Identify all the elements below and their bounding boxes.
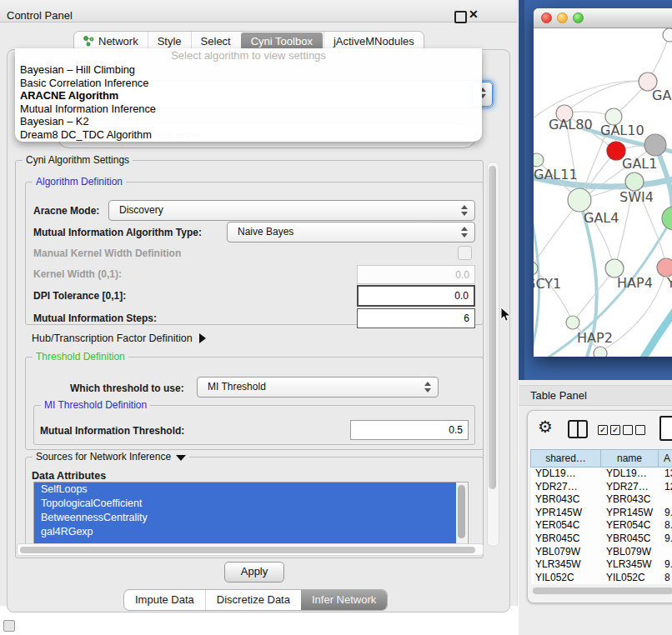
tab-cyni-toolbox[interactable]: Cyni Toolbox: [241, 32, 323, 50]
scrollbar-thumb[interactable]: [533, 588, 672, 594]
network-canvas[interactable]: GAL GAL80 GAL10 GAL1 GAL11 SWI4 GAL4 GCY…: [534, 28, 672, 357]
tab-discretize-data[interactable]: Discretize Data: [205, 590, 301, 610]
zoom-window-icon[interactable]: [573, 12, 584, 23]
column-header-name[interactable]: name: [600, 449, 659, 468]
gear-icon[interactable]: ⚙: [538, 417, 553, 437]
expanded-caret-icon: [176, 455, 186, 461]
node[interactable]: [594, 347, 607, 357]
aracne-mode-label: Aracne Mode:: [33, 205, 99, 217]
mi-threshold-group-title: MI Threshold Definition: [41, 399, 150, 411]
network-window[interactable]: GAL GAL80 GAL10 GAL1 GAL11 SWI4 GAL4 GCY…: [534, 8, 672, 357]
which-threshold-label: Which threshold to use:: [70, 382, 184, 394]
node-salmon[interactable]: [657, 258, 672, 277]
threshold-definition-title: Threshold Definition: [33, 351, 128, 362]
scrollbar-thumb[interactable]: [20, 547, 475, 553]
mi-steps-input[interactable]: [357, 308, 475, 328]
algorithm-definition-title: Algorithm Definition: [33, 176, 126, 188]
tab-infer-network[interactable]: Infer Network: [301, 590, 387, 610]
svg-text:HAP4: HAP4: [617, 275, 653, 291]
dropdown-item-selected[interactable]: ARACNE Algorithm: [15, 89, 482, 102]
network-icon: [83, 36, 94, 47]
split-columns-icon[interactable]: [568, 420, 588, 438]
data-attributes-label: Data Attributes: [32, 470, 106, 482]
float-panel-button[interactable]: [454, 11, 467, 23]
deselect-all-icon[interactable]: [623, 425, 645, 435]
table-body: YDL19…YDL19…13 YDR27…YDR27…12 YBR043CYBR…: [531, 468, 672, 584]
list-scrollbar[interactable]: [456, 483, 467, 543]
settings-vertical-scrollbar[interactable]: [487, 162, 499, 547]
which-threshold-select[interactable]: MI Threshold: [197, 377, 439, 398]
table-row[interactable]: YPR145WYPR145W9.: [531, 507, 672, 520]
export-table-icon[interactable]: [659, 416, 672, 441]
table-row[interactable]: YBL079WYBL079W: [531, 546, 672, 559]
list-item[interactable]: gal4RGexp: [34, 525, 456, 539]
table-horizontal-scrollbar[interactable]: [531, 586, 672, 595]
dpi-tolerance-input[interactable]: [357, 285, 475, 307]
dpi-tolerance-label: DPI Tolerance [0,1]:: [33, 290, 126, 302]
table-row[interactable]: YDR27…YDR27…12: [531, 481, 672, 494]
node-gray[interactable]: [644, 134, 666, 156]
dropdown-item[interactable]: Bayesian – K2: [15, 115, 482, 128]
mi-type-select[interactable]: Naive Bayes: [227, 222, 475, 242]
table-header-row: shared… name A: [531, 449, 672, 468]
cyni-bottom-tabbar: Impute Data Discretize Data Infer Networ…: [123, 589, 388, 611]
minimize-window-icon[interactable]: [557, 12, 568, 23]
dropdown-item[interactable]: Bayesian – Hill Climbing: [15, 63, 482, 77]
manual-kernel-label: Manual Kernel Width Definition: [33, 248, 181, 259]
manual-kernel-checkbox[interactable]: [458, 246, 472, 260]
svg-text:Y: Y: [666, 275, 672, 291]
kernel-width-label: Kernel Width (0,1):: [33, 268, 122, 280]
dropdown-item[interactable]: Dream8 DC_TDC Algorithm: [15, 128, 482, 142]
table-row[interactable]: YER054CYER054C8.: [531, 519, 672, 532]
close-window-icon[interactable]: [541, 12, 552, 23]
table-panel-title: Table Panel: [530, 389, 587, 402]
hub-definition-toggle[interactable]: Hub/Transcription Factor Definition: [32, 332, 206, 344]
scrollbar-thumb[interactable]: [489, 166, 496, 489]
apply-button[interactable]: Apply: [224, 562, 284, 582]
sources-group-title[interactable]: Sources for Network Inference: [33, 451, 189, 462]
kernel-width-input[interactable]: [357, 265, 475, 284]
mi-type-label: Mutual Information Algorithm Type:: [33, 227, 202, 238]
mi-steps-label: Mutual Information Steps:: [33, 312, 157, 324]
dropdown-placeholder: Select algorithm to view settings: [15, 48, 482, 63]
list-item[interactable]: SelfLoops: [34, 482, 456, 497]
svg-text:GCY1: GCY1: [534, 276, 561, 292]
node-gal11[interactable]: [534, 153, 544, 167]
mi-threshold-label: Mutual Information Threshold:: [40, 425, 184, 437]
list-item[interactable]: TopologicalCoefficient: [34, 497, 456, 511]
network-node-labels: GAL GAL80 GAL10 GAL1 GAL11 SWI4 GAL4 GCY…: [534, 88, 672, 346]
select-all-icon[interactable]: ✓✓: [598, 425, 620, 435]
mouse-cursor: [500, 307, 512, 322]
column-header-shared-name[interactable]: shared…: [530, 449, 601, 468]
node[interactable]: [663, 28, 672, 42]
svg-text:GAL1: GAL1: [622, 156, 657, 172]
column-header-third[interactable]: A: [658, 449, 672, 468]
tab-impute-data[interactable]: Impute Data: [124, 590, 205, 610]
close-panel-button[interactable]: ✕: [469, 8, 479, 21]
dropdown-item[interactable]: Basic Correlation Inference: [15, 77, 482, 90]
settings-horizontal-scrollbar[interactable]: [17, 543, 484, 556]
aracne-mode-select[interactable]: Discovery: [108, 200, 475, 221]
svg-text:GAL11: GAL11: [534, 167, 578, 182]
control-panel-titlebar: Control Panel ✕: [0, 0, 517, 22]
svg-text:GAL80: GAL80: [549, 117, 593, 132]
node-hap2[interactable]: [566, 316, 579, 329]
control-panel-title: Control Panel: [7, 9, 73, 22]
table-row[interactable]: YBR043CYBR043C: [531, 493, 672, 507]
table-row[interactable]: YIL052CYIL052C8: [531, 572, 672, 585]
table-row[interactable]: YBR045CYBR045C9.: [531, 532, 672, 546]
table-panel-card: ⚙ ✓✓ shared… name A YDL19…YDL19…13 YDR27…: [527, 410, 672, 603]
node-gal4[interactable]: [568, 188, 591, 212]
table-row[interactable]: YDL19…YDL19…13: [531, 468, 672, 481]
mi-threshold-input[interactable]: [350, 420, 469, 440]
node-swi4[interactable]: [625, 172, 644, 191]
frame-shade: [519, 0, 524, 380]
algorithm-dropdown-list: Select algorithm to view settings Bayesi…: [15, 48, 482, 142]
node-bright-green[interactable]: [662, 207, 672, 230]
table-row[interactable]: YLR345WYLR345W9.: [531, 558, 672, 572]
table-panel-section: Table Panel ⚙ ✓✓ shared… name A YDL19…YD…: [519, 380, 672, 635]
stepper-arrows-icon: [461, 205, 469, 216]
list-item[interactable]: BetweennessCentrality: [34, 511, 456, 525]
panel-grip-icon[interactable]: [3, 620, 15, 632]
dropdown-item[interactable]: Mutual Information Inference: [15, 102, 482, 116]
